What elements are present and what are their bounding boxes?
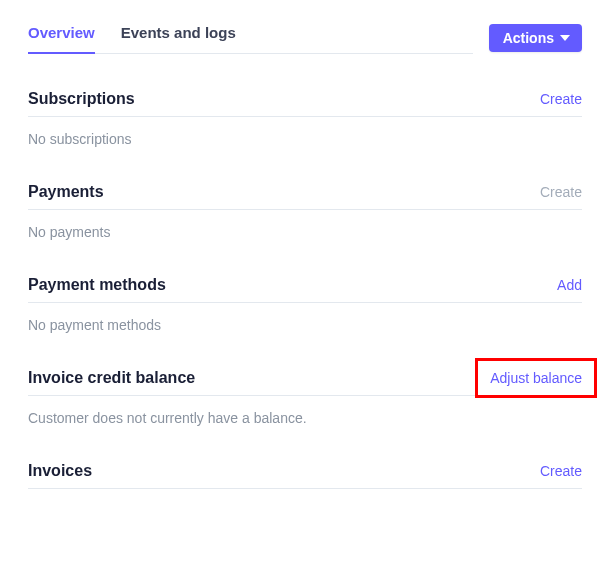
tab-overview[interactable]: Overview <box>28 24 95 53</box>
top-row: Overview Events and logs Actions <box>28 24 582 54</box>
create-payment-link[interactable]: Create <box>540 184 582 200</box>
subscriptions-empty-text: No subscriptions <box>28 117 582 147</box>
section-header: Subscriptions Create <box>28 90 582 117</box>
section-header: Payment methods Add <box>28 276 582 303</box>
create-subscription-link[interactable]: Create <box>540 91 582 107</box>
section-invoices: Invoices Create <box>28 462 582 489</box>
adjust-balance-link[interactable]: Adjust balance <box>490 370 582 386</box>
create-invoice-link[interactable]: Create <box>540 463 582 479</box>
actions-button-label: Actions <box>503 30 554 46</box>
add-payment-method-link[interactable]: Add <box>557 277 582 293</box>
section-title-payments: Payments <box>28 183 104 201</box>
payments-empty-text: No payments <box>28 210 582 240</box>
section-header: Payments Create <box>28 183 582 210</box>
section-invoice-credit-balance: Invoice credit balance Adjust balance Cu… <box>28 369 582 426</box>
payment-methods-empty-text: No payment methods <box>28 303 582 333</box>
section-payment-methods: Payment methods Add No payment methods <box>28 276 582 333</box>
section-title-invoice-credit-balance: Invoice credit balance <box>28 369 195 387</box>
highlight-annotation: Adjust balance <box>475 358 597 398</box>
invoice-credit-balance-empty-text: Customer does not currently have a balan… <box>28 396 582 426</box>
actions-button[interactable]: Actions <box>489 24 582 52</box>
chevron-down-icon <box>560 33 570 43</box>
section-header: Invoice credit balance Adjust balance <box>28 369 582 396</box>
section-title-payment-methods: Payment methods <box>28 276 166 294</box>
section-payments: Payments Create No payments <box>28 183 582 240</box>
tabs: Overview Events and logs <box>28 24 473 54</box>
section-subscriptions: Subscriptions Create No subscriptions <box>28 90 582 147</box>
section-title-invoices: Invoices <box>28 462 92 480</box>
section-title-subscriptions: Subscriptions <box>28 90 135 108</box>
tab-events-and-logs[interactable]: Events and logs <box>121 24 236 53</box>
section-header: Invoices Create <box>28 462 582 489</box>
